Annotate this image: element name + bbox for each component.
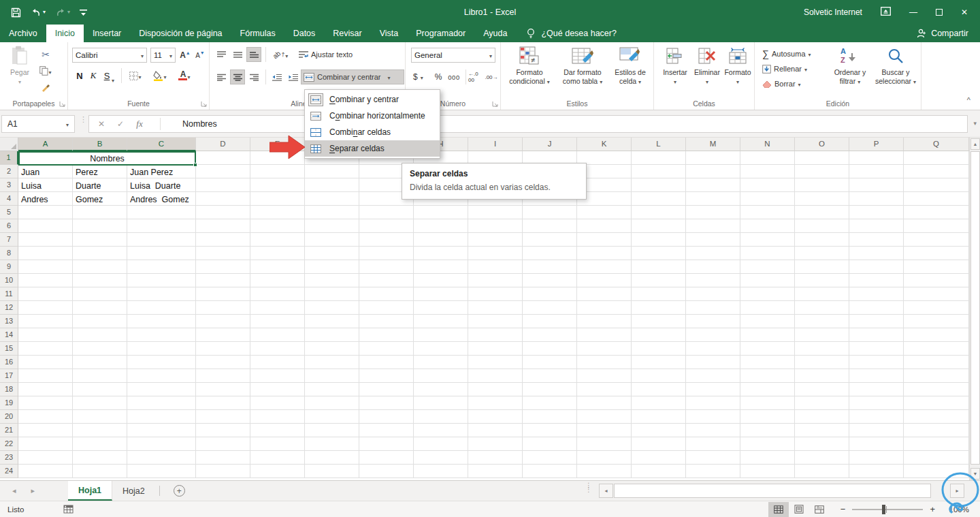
decrease-indent-button[interactable] (270, 69, 284, 84)
row-header-7[interactable]: 7 (0, 233, 18, 247)
maximize-button[interactable] (936, 9, 943, 16)
sheet-prev-button[interactable]: ◂ (12, 486, 16, 495)
align-middle-button[interactable] (230, 47, 245, 62)
row-header-24[interactable]: 24 (0, 465, 18, 478)
new-sheet-button[interactable]: + (174, 485, 185, 497)
column-header-D[interactable]: D (196, 138, 250, 151)
column-header-O[interactable]: O (795, 138, 849, 151)
selected-merged-cell[interactable]: Nombres (18, 151, 196, 166)
minimize-button[interactable]: — (909, 8, 917, 16)
row-header-10[interactable]: 10 (0, 274, 18, 287)
align-bottom-button[interactable] (246, 47, 261, 62)
orientation-button[interactable]: ab↗ (270, 47, 291, 62)
column-header-Q[interactable]: Q (904, 138, 969, 151)
menu-item-combinar-horizontalmente[interactable]: Combinar horizontalmente (305, 108, 440, 124)
menu-item-combinar-y-centrar[interactable]: Combinar y centrar (305, 91, 440, 108)
column-header-N[interactable]: N (740, 138, 795, 151)
menu-item-separar-celdas[interactable]: Separar celdas (305, 140, 440, 157)
scroll-right-button[interactable]: ▸ (950, 484, 964, 498)
conditional-formatting-button[interactable]: ≠ Formato condicional (506, 46, 553, 86)
sheet-tab-hoja2[interactable]: Hoja2 (112, 481, 155, 501)
cell-A4[interactable]: Andres (21, 194, 48, 205)
row-header-6[interactable]: 6 (0, 219, 18, 233)
tab-programador[interactable]: Programador (407, 25, 474, 42)
row-header-1[interactable]: 1 (0, 151, 18, 165)
cell-B2[interactable]: Perez (76, 167, 98, 178)
zoom-in-button[interactable]: + (930, 504, 935, 514)
column-header-A[interactable]: A (18, 138, 73, 151)
tab-bar-resize-handle[interactable]: ⋮⋮ (585, 484, 592, 492)
font-family-select[interactable]: Calibri (72, 48, 147, 63)
normal-view-button[interactable] (768, 502, 789, 517)
format-as-table-button[interactable]: Dar formato como tabla (557, 46, 608, 86)
tab-datos[interactable]: Datos (284, 25, 325, 42)
formula-value[interactable]: Nombres (165, 119, 217, 129)
insert-cells-button[interactable]: Insertar (661, 46, 689, 86)
fill-button[interactable]: Rellenar (760, 61, 809, 76)
page-layout-view-button[interactable] (789, 502, 809, 517)
align-left-button[interactable] (214, 69, 229, 84)
font-dialog-launcher[interactable] (201, 101, 207, 107)
fill-handle[interactable] (193, 163, 197, 167)
bold-button[interactable]: N (72, 68, 87, 83)
align-right-button[interactable] (246, 69, 261, 84)
row-header-11[interactable]: 11 (0, 287, 18, 301)
row-header-18[interactable]: 18 (0, 383, 18, 396)
menu-item-combinar-celdas[interactable]: Combinar celdas (305, 124, 440, 140)
sort-filter-button[interactable]: AZ Ordenar y filtrar (828, 46, 872, 86)
column-header-C[interactable]: C (127, 138, 196, 151)
font-color-button[interactable]: A (174, 68, 195, 83)
tab-inicio[interactable]: Inicio (46, 25, 84, 42)
clipboard-dialog-launcher[interactable] (59, 101, 65, 107)
tab-formulas[interactable]: Fórmulas (231, 25, 284, 42)
enter-icon[interactable]: ✓ (111, 119, 130, 129)
italic-button[interactable]: K (86, 68, 101, 83)
delete-cells-button[interactable]: Eliminar (692, 46, 722, 86)
tell-me-box[interactable]: ¿Qué desea hacer? (527, 25, 617, 42)
underline-caret[interactable] (112, 73, 114, 85)
find-select-button[interactable]: Buscar y seleccionar (872, 46, 919, 86)
horizontal-scrollbar[interactable]: ◂ ▸ (598, 481, 980, 501)
customize-qat-button[interactable] (80, 9, 87, 16)
tab-insertar[interactable]: Insertar (84, 25, 130, 42)
insert-function-icon[interactable]: fx (130, 119, 149, 129)
formula-bar-splitter[interactable]: ⋮ (80, 117, 87, 121)
row-header-14[interactable]: 14 (0, 328, 18, 342)
name-box-caret[interactable] (66, 119, 69, 129)
row-header-4[interactable]: 4 (0, 192, 18, 206)
cell-styles-button[interactable]: Estilos de celda (610, 46, 651, 86)
save-button[interactable] (11, 7, 21, 18)
row-header-17[interactable]: 17 (0, 369, 18, 383)
tab-disposicion[interactable]: Disposición de página (130, 25, 231, 42)
cancel-icon[interactable]: ✕ (92, 119, 111, 129)
column-header-B[interactable]: B (73, 138, 127, 151)
tab-archivo[interactable]: Archivo (0, 25, 46, 42)
zoom-slider[interactable] (852, 502, 923, 517)
cell-A3[interactable]: Luisa (21, 181, 42, 191)
vertical-scroll-thumb[interactable] (970, 151, 980, 465)
copy-button[interactable] (38, 63, 53, 78)
ribbon-display-options-button[interactable] (881, 7, 891, 18)
expand-formula-bar-caret[interactable]: ▾ (973, 120, 977, 127)
increase-font-button[interactable]: A▲ (178, 48, 193, 63)
undo-caret[interactable]: ▾ (43, 10, 46, 15)
format-cells-button[interactable]: Formato (723, 46, 752, 86)
redo-caret[interactable]: ▾ (67, 10, 70, 15)
row-header-3[interactable]: 3 (0, 178, 18, 192)
column-header-I[interactable]: I (468, 138, 523, 151)
decrease-font-button[interactable]: A▼ (193, 48, 208, 63)
close-button[interactable]: ✕ (961, 8, 968, 16)
horizontal-scroll-thumb[interactable] (614, 484, 931, 498)
comma-style-button[interactable]: 000 (445, 69, 463, 84)
paste-button[interactable]: Pegar (4, 46, 35, 86)
row-header-23[interactable]: 23 (0, 451, 18, 465)
name-box[interactable]: A1 (1, 115, 75, 133)
scroll-left-button[interactable]: ◂ (599, 484, 613, 498)
percent-style-button[interactable]: % (431, 69, 445, 84)
row-header-20[interactable]: 20 (0, 410, 18, 424)
sheet-tab-hoja1[interactable]: Hoja1 (68, 481, 112, 501)
number-dialog-launcher[interactable] (492, 101, 498, 107)
cell-C4[interactable]: Andres Gomez (130, 194, 189, 205)
tab-vista[interactable]: Vista (371, 25, 408, 42)
borders-button[interactable] (125, 68, 146, 83)
